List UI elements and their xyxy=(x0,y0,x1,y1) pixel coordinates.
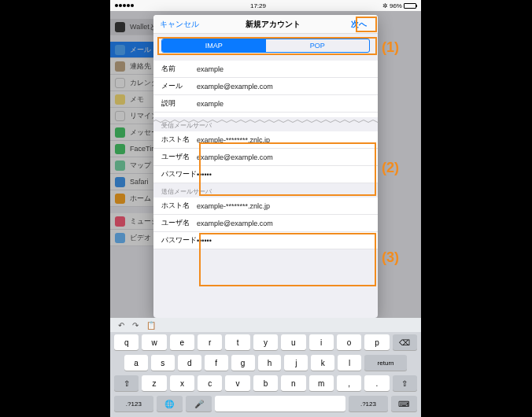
key-e[interactable]: e xyxy=(170,334,194,350)
battery-icon xyxy=(404,3,416,9)
key-t[interactable]: t xyxy=(225,334,249,350)
key-h[interactable]: h xyxy=(258,355,282,371)
key-p[interactable]: p xyxy=(364,334,389,350)
annotation-3: (3) xyxy=(382,249,399,266)
globe-key[interactable]: 🌐 xyxy=(157,396,183,411)
key-i[interactable]: i xyxy=(309,334,334,350)
desc-field[interactable]: example xyxy=(197,100,370,108)
protocol-segment[interactable]: IMAP POP xyxy=(161,39,370,53)
shift-right-key[interactable]: ⇧ xyxy=(393,375,417,391)
mail-field[interactable]: example@example.com xyxy=(197,83,370,90)
key-r[interactable]: r xyxy=(198,334,222,350)
incoming-user-field[interactable]: example@example.com xyxy=(197,153,370,161)
keyboard[interactable]: ↶ ↷ 📋 qwertyuiop⌫ asdfghjklreturn ⇧zxcvb… xyxy=(110,318,421,417)
key-l[interactable]: l xyxy=(338,355,361,371)
outgoing-pass-field[interactable]: •••••• xyxy=(197,237,370,245)
key-,[interactable]: , xyxy=(337,375,361,391)
dismiss-key[interactable]: ⌨ xyxy=(391,396,417,411)
key-a[interactable]: a xyxy=(124,355,148,371)
key-x[interactable]: x xyxy=(170,375,194,391)
key-b[interactable]: b xyxy=(253,375,278,391)
key-z[interactable]: z xyxy=(142,375,166,391)
status-bar: 17:29 ✲ 96% xyxy=(110,0,421,11)
key-w[interactable]: w xyxy=(142,334,166,350)
sheet-title: 新規アカウント xyxy=(246,19,301,30)
new-account-sheet: キャンセル 新規アカウント 次へ IMAP POP 名前example メールe… xyxy=(153,15,378,318)
undo-icon[interactable]: ↶ xyxy=(118,321,124,330)
key-k[interactable]: k xyxy=(311,355,334,371)
ipad-frame: 17:29 ✲ 96% Walletと メール 連絡先 カレンダ メモ リマイン… xyxy=(110,0,421,417)
name-field[interactable]: example xyxy=(197,65,370,73)
shift-left-key[interactable]: ⇧ xyxy=(114,375,139,391)
next-button[interactable]: 次へ xyxy=(346,17,371,31)
key-o[interactable]: o xyxy=(337,334,361,350)
key-.[interactable]: . xyxy=(364,375,389,391)
key-j[interactable]: j xyxy=(284,355,308,371)
outgoing-header: 送信メールサーバ xyxy=(153,183,378,197)
key-c[interactable]: c xyxy=(198,375,222,391)
outgoing-host-field[interactable]: example-********.znlc.jp xyxy=(197,202,370,210)
return-key[interactable]: return xyxy=(364,355,407,371)
cancel-button[interactable]: キャンセル xyxy=(160,19,199,30)
space-key[interactable] xyxy=(215,396,345,411)
key-q[interactable]: q xyxy=(114,334,139,350)
key-y[interactable]: y xyxy=(253,334,278,350)
paste-icon[interactable]: 📋 xyxy=(146,321,156,330)
key-n[interactable]: n xyxy=(281,375,305,391)
mic-key[interactable]: 🎤 xyxy=(186,396,212,411)
key-s[interactable]: s xyxy=(151,355,175,371)
wifi-icon: ✲ xyxy=(382,2,388,9)
numkey-left[interactable]: .?123 xyxy=(114,396,153,411)
key-m[interactable]: m xyxy=(309,375,334,391)
segment-pop[interactable]: POP xyxy=(266,39,370,52)
numkey-right[interactable]: .?123 xyxy=(349,396,388,411)
key-u[interactable]: u xyxy=(281,334,305,350)
key-g[interactable]: g xyxy=(231,355,255,371)
annotation-1: (1) xyxy=(382,39,399,56)
key-d[interactable]: d xyxy=(178,355,201,371)
incoming-host-field[interactable]: example-********.znlc.jp xyxy=(197,136,370,144)
segment-imap[interactable]: IMAP xyxy=(162,39,266,52)
status-time: 17:29 xyxy=(250,2,266,9)
incoming-pass-field[interactable]: •••••• xyxy=(197,171,370,179)
redo-icon[interactable]: ↷ xyxy=(132,321,139,330)
key-v[interactable]: v xyxy=(225,375,249,391)
outgoing-user-field[interactable]: example@example.com xyxy=(197,220,370,227)
backspace-key[interactable]: ⌫ xyxy=(393,334,417,350)
key-f[interactable]: f xyxy=(205,355,228,371)
annotation-2: (2) xyxy=(382,160,399,176)
